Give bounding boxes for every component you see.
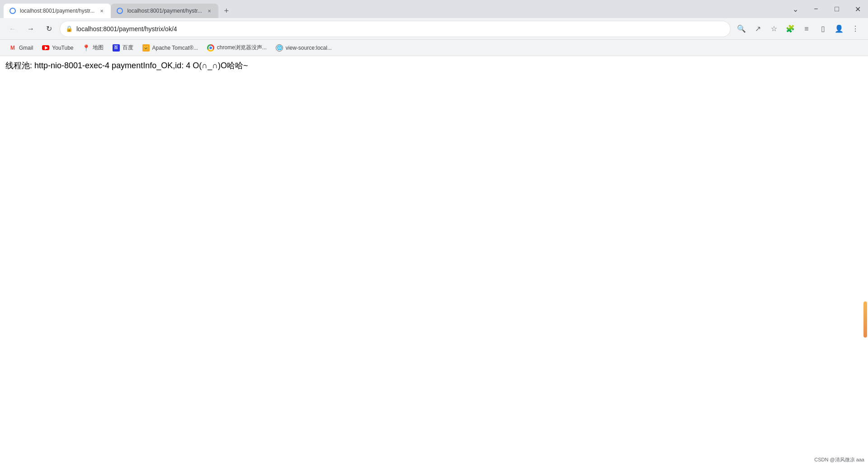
bookmark-map[interactable]: 📍 地图 <box>79 42 107 53</box>
browser-window: localhost:8001/payment/hystr... ✕ localh… <box>0 0 868 465</box>
bookmarks-bar: M Gmail YouTube 📍 地图 百 百度 <box>0 40 868 56</box>
new-tab-button[interactable]: + <box>220 5 233 17</box>
tab-1[interactable]: localhost:8001/payment/hystr... ✕ <box>4 4 111 18</box>
address-bar[interactable] <box>76 25 725 33</box>
tab-2[interactable]: localhost:8001/payment/hystr... ✕ <box>111 4 218 18</box>
chrome-circle-icon <box>207 44 214 52</box>
scrollbar-track[interactable] <box>863 56 868 465</box>
bookmark-gmail[interactable]: M Gmail <box>5 42 37 53</box>
search-button[interactable]: 🔍 <box>734 22 749 36</box>
baidu-favicon-icon: 百 <box>113 44 120 52</box>
tab-bar: localhost:8001/payment/hystr... ✕ localh… <box>0 0 868 18</box>
tab-2-favicon <box>116 7 123 14</box>
toolbar: ← → ↻ 🔒 🔍 ↗ ☆ 🧩 ≡ ▯ 👤 ⋮ <box>0 18 868 40</box>
profile-button[interactable]: 👤 <box>832 22 846 36</box>
bottom-bar-text: CSDN @清风微凉 aaa <box>814 456 864 463</box>
page-content: 线程池: http-nio-8001-exec-4 paymentInfo_OK… <box>0 56 868 465</box>
forward-button[interactable]: → <box>24 22 38 36</box>
tomcat-favicon: 🐱 <box>142 44 150 52</box>
tab-2-title: localhost:8001/payment/hystr... <box>127 8 202 14</box>
youtube-play-icon <box>45 46 48 50</box>
baidu-favicon: 百 <box>113 44 120 52</box>
bookmark-youtube-label: YouTube <box>52 45 73 51</box>
back-button[interactable]: ← <box>5 22 20 36</box>
youtube-favicon-icon <box>42 45 49 50</box>
tab-1-favicon <box>9 7 16 14</box>
chrome-ext-favicon <box>207 44 214 52</box>
lock-icon: 🔒 <box>66 25 73 32</box>
page-main-text: 线程池: http-nio-8001-exec-4 paymentInfo_OK… <box>5 60 863 72</box>
map-favicon: 📍 <box>83 44 90 52</box>
youtube-favicon <box>42 44 49 52</box>
bookmark-tomcat[interactable]: 🐱 Apache Tomcat®... <box>139 42 202 53</box>
tab-1-title: localhost:8001/payment/hystr... <box>20 8 94 14</box>
bookmark-chrome-ext[interactable]: chrome浏览器没声... <box>203 42 270 53</box>
tab-2-close[interactable]: ✕ <box>206 7 213 14</box>
extensions-button[interactable]: 🧩 <box>783 22 797 36</box>
gmail-favicon: M <box>9 44 16 52</box>
bookmark-tomcat-label: Apache Tomcat®... <box>152 45 198 51</box>
tab-bar-wrapper: localhost:8001/payment/hystr... ✕ localh… <box>0 0 868 18</box>
menu-button[interactable]: ⋮ <box>848 22 863 36</box>
minimize-button[interactable]: − <box>806 2 826 16</box>
tab-1-close[interactable]: ✕ <box>98 7 105 14</box>
sidebar-button[interactable]: ▯ <box>816 22 830 36</box>
bookmark-baidu-label: 百度 <box>123 44 133 52</box>
bookmark-viewsource-label: view-source:local... <box>286 45 332 51</box>
tab-1-favicon-icon <box>9 8 16 14</box>
scrollbar-thumb[interactable] <box>863 301 867 338</box>
tomcat-favicon-icon: 🐱 <box>142 44 150 52</box>
bookmark-button[interactable]: ☆ <box>767 22 781 36</box>
bookmark-viewsource[interactable]: 🌐 view-source:local... <box>272 42 335 53</box>
refresh-button[interactable]: ↻ <box>42 22 56 36</box>
bookmark-chrome-ext-label: chrome浏览器没声... <box>217 44 267 52</box>
maximize-button[interactable]: □ <box>826 2 847 16</box>
bookmark-baidu[interactable]: 百 百度 <box>109 42 137 53</box>
bookmark-youtube[interactable]: YouTube <box>38 42 77 53</box>
address-bar-container[interactable]: 🔒 <box>60 21 731 37</box>
toolbar-icons: 🔍 ↗ ☆ 🧩 ≡ ▯ 👤 ⋮ <box>734 22 863 36</box>
map-pin-icon: 📍 <box>82 44 90 52</box>
viewsource-favicon: 🌐 <box>276 44 283 52</box>
bottom-bar: CSDN @清风微凉 aaa <box>811 454 868 465</box>
tab-groups-button[interactable]: ≡ <box>799 22 814 36</box>
globe-icon: 🌐 <box>276 44 283 52</box>
share-button[interactable]: ↗ <box>750 22 765 36</box>
tab-2-favicon-icon <box>117 8 123 14</box>
bookmark-map-label: 地图 <box>93 44 104 52</box>
tab-strip-expand-button[interactable]: ⌄ <box>785 2 806 16</box>
window-controls: ⌄ − □ ✕ <box>785 0 868 18</box>
bookmark-gmail-label: Gmail <box>19 45 33 51</box>
close-button[interactable]: ✕ <box>847 2 868 16</box>
